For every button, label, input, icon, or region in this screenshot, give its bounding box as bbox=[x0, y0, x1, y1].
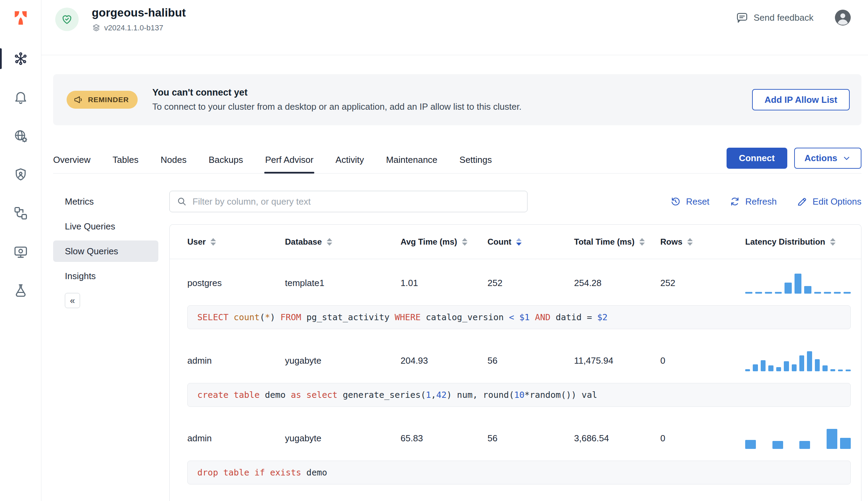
tab-backups[interactable]: Backups bbox=[209, 147, 243, 173]
cell-count: 252 bbox=[487, 278, 574, 288]
tab-maintenance[interactable]: Maintenance bbox=[386, 147, 437, 173]
banner-title: You can't connect yet bbox=[152, 87, 521, 98]
yugabyte-logo[interactable] bbox=[0, 0, 41, 27]
sidebar-nav bbox=[0, 51, 41, 298]
sort-icon-active bbox=[516, 238, 522, 246]
sort-icon bbox=[327, 238, 332, 246]
slow-queries-panel: Reset Refresh bbox=[169, 191, 861, 501]
sidebar-item-labs[interactable] bbox=[0, 283, 41, 298]
cell-latency bbox=[745, 428, 851, 449]
cell-avg-time: 204.93 bbox=[401, 355, 487, 366]
avatar[interactable] bbox=[834, 9, 851, 26]
heart-check-icon bbox=[60, 13, 73, 26]
clusters-icon bbox=[13, 51, 28, 66]
cell-rows: 0 bbox=[660, 433, 745, 444]
page-title: gorgeous-halibut bbox=[92, 6, 186, 19]
reset-label: Reset bbox=[686, 196, 709, 207]
tab-nodes[interactable]: Nodes bbox=[161, 147, 187, 173]
subnav-item-metrics[interactable]: Metrics bbox=[53, 191, 158, 212]
sort-icon bbox=[687, 238, 693, 246]
column-header-total-time[interactable]: Total Time (ms) bbox=[574, 237, 660, 247]
subnav-item-live-queries[interactable]: Live Queries bbox=[53, 216, 158, 237]
table-row[interactable]: postgres template1 1.01 252 254.28 252 bbox=[170, 259, 861, 305]
filter-input[interactable] bbox=[169, 191, 527, 212]
refresh-button[interactable]: Refresh bbox=[729, 196, 777, 207]
table-header-row: User Database Avg Time (ms) Count bbox=[170, 225, 861, 259]
column-header-avg-time[interactable]: Avg Time (ms) bbox=[401, 237, 487, 247]
reset-button[interactable]: Reset bbox=[670, 196, 709, 207]
query-text-box: SELECT count(*) FROM pg_stat_activity WH… bbox=[187, 305, 851, 329]
version-row: v2024.1.1.0-b137 bbox=[92, 23, 186, 32]
table-row[interactable]: admin yugabyte 204.93 56 11,475.94 0 bbox=[170, 337, 861, 383]
cell-rows: 0 bbox=[660, 355, 745, 366]
version-label: v2024.1.1.0-b137 bbox=[104, 23, 163, 32]
connect-button[interactable]: Connect bbox=[727, 148, 787, 169]
table-row[interactable]: admin yugabyte 65.83 56 3,686.54 0 bbox=[170, 414, 861, 461]
sort-icon bbox=[639, 238, 645, 246]
collapse-sidenav-button[interactable]: « bbox=[65, 293, 80, 308]
topbar-right: Send feedback bbox=[736, 9, 851, 26]
add-ip-allow-list-button[interactable]: Add IP Allow List bbox=[752, 89, 850, 110]
edit-options-label: Edit Options bbox=[812, 196, 861, 207]
sidebar-item-regions[interactable] bbox=[0, 128, 41, 144]
toolbar-links: Reset Refresh bbox=[670, 196, 861, 207]
megaphone-icon bbox=[73, 95, 84, 105]
latency-histogram bbox=[745, 428, 851, 449]
reminder-badge: REMINDER bbox=[67, 91, 138, 109]
cell-user: admin bbox=[187, 433, 285, 444]
feedback-bubble-icon bbox=[736, 11, 748, 24]
latency-histogram bbox=[745, 272, 851, 294]
layers-icon bbox=[92, 23, 101, 32]
column-header-latency-distribution[interactable]: Latency Distribution bbox=[745, 237, 851, 247]
sort-icon bbox=[210, 238, 216, 246]
content: REMINDER You can't connect yet To connec… bbox=[41, 55, 868, 501]
tab-tables[interactable]: Tables bbox=[112, 147, 138, 173]
main-row: Metrics Live Queries Slow Queries Insigh… bbox=[53, 191, 861, 501]
actions-button[interactable]: Actions bbox=[794, 148, 861, 169]
slow-queries-table: User Database Avg Time (ms) Count bbox=[169, 224, 861, 501]
icon-sidebar bbox=[0, 0, 41, 501]
sidebar-item-alerts[interactable] bbox=[0, 90, 41, 105]
subnav-item-slow-queries[interactable]: Slow Queries bbox=[53, 240, 158, 262]
cell-user: postgres bbox=[187, 278, 285, 288]
reset-history-icon bbox=[670, 196, 681, 207]
tab-perf-advisor[interactable]: Perf Advisor bbox=[265, 147, 313, 173]
cell-database: yugabyte bbox=[285, 433, 401, 444]
subnav-item-insights[interactable]: Insights bbox=[53, 265, 158, 287]
cluster-title-block: gorgeous-halibut v2024.1.1.0-b137 bbox=[92, 6, 186, 32]
cell-rows: 252 bbox=[660, 278, 745, 288]
perf-subnav: Metrics Live Queries Slow Queries Insigh… bbox=[53, 191, 158, 501]
pencil-icon bbox=[797, 196, 808, 207]
tab-overview[interactable]: Overview bbox=[53, 147, 90, 173]
cell-avg-time: 1.01 bbox=[401, 278, 487, 288]
sidebar-item-security[interactable] bbox=[0, 167, 41, 182]
query-sql: create table demo as select generate_ser… bbox=[197, 390, 597, 400]
reminder-banner: REMINDER You can't connect yet To connec… bbox=[53, 74, 861, 125]
cell-count: 56 bbox=[487, 355, 574, 366]
tab-activity[interactable]: Activity bbox=[336, 147, 364, 173]
network-nodes-icon bbox=[13, 206, 28, 221]
filter-wrap bbox=[169, 191, 527, 212]
shield-user-icon bbox=[13, 167, 28, 182]
column-header-rows[interactable]: Rows bbox=[660, 237, 745, 247]
cell-database: template1 bbox=[285, 278, 401, 288]
send-feedback-button[interactable]: Send feedback bbox=[736, 11, 813, 24]
yugabyte-logo-icon bbox=[12, 9, 30, 27]
tabs: Overview Tables Nodes Backups Perf Advis… bbox=[53, 147, 492, 173]
column-header-user[interactable]: User bbox=[187, 237, 285, 247]
edit-options-button[interactable]: Edit Options bbox=[797, 196, 861, 207]
sidebar-item-integrations[interactable] bbox=[0, 206, 41, 221]
query-text-box: drop table if exists demo bbox=[187, 461, 851, 484]
cell-total-time: 11,475.94 bbox=[574, 355, 660, 366]
banner-text: You can't connect yet To connect to your… bbox=[152, 87, 521, 112]
sort-icon bbox=[462, 238, 467, 246]
column-header-count[interactable]: Count bbox=[487, 237, 574, 247]
user-avatar-icon bbox=[834, 9, 851, 26]
sidebar-item-clusters[interactable] bbox=[0, 51, 41, 66]
bell-icon bbox=[13, 90, 28, 105]
sidebar-item-usage[interactable] bbox=[0, 244, 41, 259]
tab-settings[interactable]: Settings bbox=[460, 147, 492, 173]
column-header-database[interactable]: Database bbox=[285, 237, 401, 247]
chevron-down-icon bbox=[842, 154, 851, 163]
latency-histogram bbox=[745, 350, 851, 371]
